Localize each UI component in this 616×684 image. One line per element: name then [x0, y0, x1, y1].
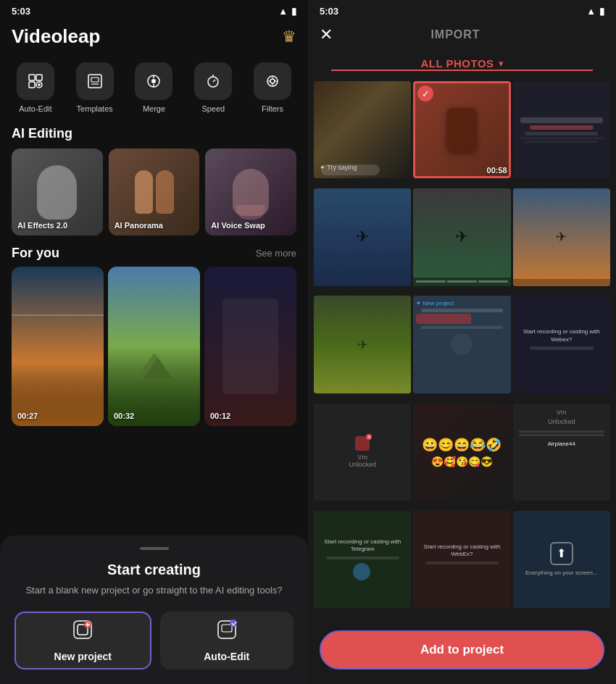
svg-rect-30: [222, 625, 232, 632]
svg-rect-2: [29, 82, 35, 88]
toolbar: Auto-Edit Templates Merge: [0, 57, 308, 116]
auto-edit-label: Auto-Edit: [19, 104, 51, 113]
svg-line-15: [213, 80, 215, 82]
templates-label: Templates: [77, 104, 113, 113]
card-1-duration: 00:27: [17, 412, 38, 420]
app-title: Videoleap: [12, 25, 100, 48]
import-title: IMPORT: [333, 28, 578, 41]
toolbar-speed[interactable]: Speed: [194, 62, 232, 113]
ai-editing-title: AI Editing: [0, 116, 308, 149]
photo-9[interactable]: Start recording or casting with Webex?: [513, 296, 610, 393]
photo-10[interactable]: ✕ VmUnlocked: [314, 404, 411, 501]
chevron-down-icon: ▾: [499, 58, 504, 69]
modal-indicator: [140, 547, 169, 550]
ai-effects-card[interactable]: AI Effects 2.0: [12, 149, 103, 235]
photo-10-label: VmUnlocked: [349, 454, 376, 468]
templates-icon: [76, 62, 114, 100]
modal-buttons: New project Auto-Edit: [14, 612, 294, 670]
app-header: Videoleap ♛: [0, 20, 308, 57]
photo-7[interactable]: ✈: [314, 296, 411, 393]
right-wifi-icon: ▲: [586, 6, 596, 17]
photo-6[interactable]: ✈: [513, 188, 610, 285]
filter-bar-container: ALL PHOTOS ▾: [308, 53, 616, 75]
photos-grid: ✦ Try saying ✓ 00:58: [308, 75, 616, 622]
for-you-grid: 00:27 00:32 00:12: [0, 267, 308, 426]
right-panel: 5:03 ▲ ▮ ✕ IMPORT ALL PHOTOS ▾ ✦ Try say…: [308, 0, 616, 684]
svg-rect-7: [91, 78, 99, 82]
new-project-label: New project: [54, 651, 112, 662]
toolbar-filters[interactable]: Filters: [254, 62, 291, 113]
filters-icon: [254, 62, 291, 100]
photo-14[interactable]: Start recording or casting with WebEx?: [413, 511, 510, 608]
right-status-icons: ▲ ▮: [586, 6, 604, 17]
left-status-icons: ▲ ▮: [278, 6, 296, 17]
svg-rect-0: [29, 75, 35, 80]
photo-2-selected[interactable]: ✓ 00:58: [413, 81, 510, 178]
card-3-duration: 00:12: [210, 412, 230, 420]
ai-effects-label: AI Effects 2.0: [17, 221, 67, 230]
photo-4[interactable]: ✈: [314, 188, 411, 285]
for-you-title: For you: [12, 246, 59, 261]
photo-5[interactable]: ✈: [413, 188, 510, 285]
svg-rect-6: [88, 75, 101, 88]
photo-13[interactable]: Start recording or casting with Telegram: [314, 511, 411, 608]
filters-label: Filters: [262, 104, 283, 113]
svg-point-10: [151, 79, 156, 83]
add-to-project-button[interactable]: Add to project: [320, 630, 604, 670]
toolbar-templates[interactable]: Templates: [76, 62, 114, 113]
speed-icon: [194, 62, 232, 100]
for-you-card-3[interactable]: 00:12: [204, 267, 296, 426]
modal-subtitle: Start a blank new project or go straight…: [14, 584, 294, 597]
photo-2-duration: 00:58: [487, 166, 507, 175]
close-icon: ✕: [320, 25, 333, 43]
auto-edit-modal-icon: [216, 619, 238, 645]
auto-edit-button[interactable]: Auto-Edit: [160, 612, 294, 670]
left-status-bar: 5:03 ▲ ▮: [0, 0, 308, 20]
for-you-card-1[interactable]: 00:27: [12, 267, 104, 426]
add-to-project-label: Add to project: [420, 643, 504, 657]
photo-12-label: VmUnlocked: [548, 408, 575, 428]
battery-icon: ▮: [291, 6, 296, 17]
import-header: ✕ IMPORT: [308, 20, 616, 53]
ai-editing-grid: AI Effects 2.0 AI Panorama AI Voice Swap: [0, 149, 308, 235]
svg-point-17: [270, 79, 275, 83]
auto-edit-modal-label: Auto-Edit: [204, 651, 249, 662]
all-photos-label: ALL PHOTOS: [420, 57, 494, 70]
photo-1[interactable]: ✦ Try saying: [314, 81, 411, 178]
speed-label: Speed: [201, 104, 225, 113]
merge-label: Merge: [143, 104, 165, 113]
right-battery-icon: ▮: [599, 6, 604, 17]
close-button[interactable]: ✕: [320, 25, 333, 44]
auto-edit-icon: [17, 62, 54, 100]
add-to-project-bar: Add to project: [308, 622, 616, 684]
ai-panorama-label: AI Panorama: [115, 221, 163, 230]
photo-12[interactable]: VmUnlocked Airplane44: [513, 404, 610, 501]
left-panel: 5:03 ▲ ▮ Videoleap ♛ Auto-Edit: [0, 0, 308, 684]
toolbar-merge[interactable]: Merge: [135, 62, 172, 113]
new-project-icon: [72, 619, 93, 645]
card-2-duration: 00:32: [114, 412, 134, 420]
airplane44-label: Airplane44: [548, 441, 575, 447]
new-project-button[interactable]: New project: [14, 612, 151, 670]
modal-title: Start creating: [14, 562, 294, 578]
photo-3[interactable]: [513, 81, 610, 178]
ai-panorama-card[interactable]: AI Panorama: [109, 149, 200, 235]
for-you-header: For you See more: [0, 235, 308, 267]
photo-11[interactable]: 😀😊😄😂🤣 😍🥰😘😋😎: [413, 404, 510, 501]
bottom-modal: Start creating Start a blank new project…: [0, 535, 308, 684]
for-you-card-2[interactable]: 00:32: [108, 267, 200, 426]
see-more-button[interactable]: See more: [256, 248, 296, 259]
svg-rect-1: [36, 75, 42, 80]
left-time: 5:03: [12, 6, 30, 17]
right-time: 5:03: [320, 6, 338, 17]
right-status-bar: 5:03 ▲ ▮: [308, 0, 616, 20]
photo-8[interactable]: ✦ New project: [413, 296, 510, 393]
crown-icon[interactable]: ♛: [282, 28, 296, 46]
merge-icon: [135, 62, 172, 100]
all-photos-bar[interactable]: ALL PHOTOS ▾: [331, 53, 593, 71]
ai-voice-swap-label: AI Voice Swap: [211, 221, 265, 230]
wifi-icon: ▲: [278, 6, 288, 17]
toolbar-auto-edit[interactable]: Auto-Edit: [17, 62, 54, 113]
photo-15[interactable]: ⬆ Everything on your screen...: [513, 511, 610, 608]
ai-voice-swap-card[interactable]: AI Voice Swap: [205, 149, 296, 235]
